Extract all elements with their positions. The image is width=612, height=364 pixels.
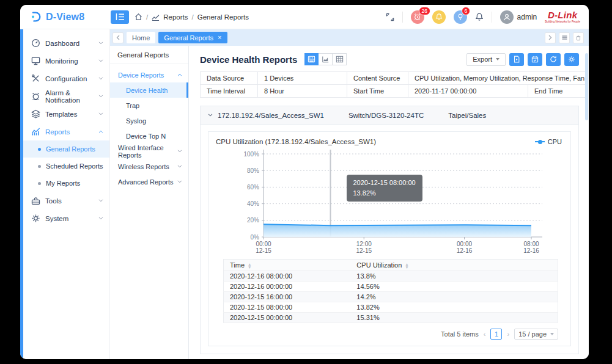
dlink-brand: D-Link: [548, 10, 577, 20]
sidebar-item-general-reports[interactable]: General Reports: [23, 140, 109, 158]
refresh-button[interactable]: [546, 53, 561, 66]
page-number[interactable]: 1: [490, 329, 502, 340]
gear-icon: [568, 56, 575, 63]
next-page-button[interactable]: ›: [507, 330, 509, 338]
pagination: Total 5 items ‹ 1 › 15 / page: [208, 323, 570, 346]
chevron-up-icon: [98, 130, 103, 133]
chevron-down-icon: [98, 217, 103, 220]
page-size-select[interactable]: 15 / page: [514, 329, 558, 340]
subnav-trap[interactable]: Trap: [110, 98, 188, 113]
area-chart[interactable]: 0%20%40%60%80%100%00:0012-1512:0012-1500…: [213, 147, 567, 257]
subnav-syslog[interactable]: Syslog: [110, 113, 188, 128]
subnav-header: General Reports: [110, 46, 188, 64]
alarm-badge: 26: [419, 7, 430, 16]
view-switcher: [304, 53, 347, 65]
legend-label: CPU: [548, 138, 562, 145]
tools-cross-icon: [31, 74, 40, 83]
sort-icon[interactable]: ▲▼: [248, 263, 251, 269]
close-all-tabs-button[interactable]: [573, 32, 584, 43]
scrollbar[interactable]: [585, 53, 588, 120]
notification-bell-icon[interactable]: [475, 12, 484, 21]
chevron-down-icon: [208, 114, 213, 117]
column-header-time[interactable]: Time▲▼: [224, 260, 351, 271]
sidebar-item-scheduled-reports[interactable]: Scheduled Reports: [23, 158, 109, 175]
sidebar-toggle-button[interactable]: [111, 10, 129, 24]
subnav-advanced-reports[interactable]: Advanced Reports: [110, 174, 188, 189]
sidebar-item-monitoring[interactable]: Monitoring: [23, 52, 109, 70]
dlink-logo: D-Link Building Networks for People: [545, 10, 580, 24]
device-accordion-header[interactable]: 172.18.192.4/Sales_Access_SW1 Switch/DGS…: [201, 106, 578, 125]
chevron-down-icon: [550, 333, 554, 335]
subnav-device-top-n[interactable]: Device Top N: [110, 128, 188, 144]
table-row: 2020-12-15 16:00:0014.2%: [224, 292, 558, 302]
breadcrumb-section[interactable]: Reports: [163, 13, 188, 21]
alarm-notifications-button[interactable]: 26: [411, 10, 424, 24]
chevron-down-icon: [98, 112, 103, 115]
export-button[interactable]: Export: [466, 53, 506, 66]
sidebar-item-dashboard[interactable]: Dashboard: [23, 34, 109, 52]
fullscreen-icon[interactable]: [386, 13, 394, 21]
chart-icon: [322, 56, 330, 63]
device-name: 172.18.192.4/Sales_Access_SW1: [218, 112, 324, 119]
sidebar-item-reports[interactable]: Reports: [23, 123, 109, 140]
chart-view-button[interactable]: [319, 53, 333, 65]
sidebar-item-my-reports[interactable]: My Reports: [23, 175, 109, 192]
device-model: Switch/DGS-3120-24TC: [348, 112, 424, 119]
svg-text:12-15: 12-15: [356, 247, 372, 254]
table-row: 2020-12-15 00:00:0015.31%: [224, 313, 558, 323]
svg-text:80%: 80%: [247, 167, 259, 174]
tab-home[interactable]: Home: [127, 32, 155, 43]
combined-view-button[interactable]: [304, 53, 319, 65]
sidebar-item-templates[interactable]: Templates: [23, 105, 109, 123]
svg-text:00:00: 00:00: [256, 241, 271, 247]
file-icon: [513, 56, 520, 63]
sidebar-item-alarm-notification[interactable]: Alarm & Notification: [23, 87, 109, 105]
tabs-list-button[interactable]: [559, 32, 570, 43]
hint-notifications-button[interactable]: 6: [454, 10, 467, 24]
app-logo[interactable]: D-View8: [30, 11, 111, 23]
report-file-button[interactable]: [509, 53, 524, 66]
bell-icon: [435, 13, 443, 21]
legend-marker-icon: [535, 141, 545, 142]
user-menu[interactable]: admin: [500, 10, 537, 24]
info-value: 8 Hour: [258, 85, 347, 98]
cpu-chart[interactable]: 0%20%40%60%80%100%00:0012-1512:0012-1500…: [208, 145, 570, 257]
tab-general-reports[interactable]: General Reports ×: [158, 32, 227, 43]
device-location: Taipei/Sales: [448, 112, 486, 119]
user-name: admin: [517, 13, 537, 21]
device-report-section: 172.18.192.4/Sales_Access_SW1 Switch/DGS…: [200, 106, 579, 354]
subnav-wireless-reports[interactable]: Wireless Reports: [110, 159, 188, 174]
tabs-scroll-left-button[interactable]: [112, 32, 124, 43]
column-header-cpu[interactable]: CPU Utilization▲▼: [350, 260, 558, 271]
svg-text:12-16: 12-16: [523, 247, 539, 254]
tabs-scroll-right-button[interactable]: [545, 32, 556, 43]
home-icon[interactable]: [135, 13, 142, 21]
top-header: D-View8 / Reports / General Reports: [20, 5, 589, 29]
schedule-button[interactable]: [528, 53, 542, 66]
layers-icon: [31, 109, 40, 118]
refresh-icon: [550, 56, 557, 63]
settings-button[interactable]: [564, 53, 579, 66]
reports-submenu: General Reports Scheduled Reports My Rep…: [23, 140, 109, 192]
subnav-wired-interface-reports[interactable]: Wired Interface Reports: [110, 144, 188, 159]
svg-text:12:00: 12:00: [356, 241, 372, 247]
toolbox-icon: [31, 196, 40, 205]
table-view-button[interactable]: [333, 53, 347, 65]
sort-icon[interactable]: ▲▼: [405, 263, 408, 269]
close-icon[interactable]: ×: [218, 34, 221, 41]
subnav-device-reports[interactable]: Device Reports: [110, 67, 188, 82]
chevron-down-icon: [177, 180, 182, 183]
sidebar-item-configuration[interactable]: Configuration: [23, 70, 109, 87]
chevron-down-icon: [496, 58, 500, 60]
chevron-down-icon: [177, 150, 182, 153]
trash-icon: [575, 35, 581, 41]
calendar-icon: [531, 56, 539, 63]
svg-text:00:00: 00:00: [457, 241, 472, 247]
sidebar-item-system[interactable]: System: [23, 209, 109, 227]
sidebar-item-tools[interactable]: Tools: [23, 192, 109, 209]
report-info-table: Data Source 1 Devices Content Source CPU…: [200, 71, 587, 98]
legend-cpu[interactable]: CPU: [535, 138, 562, 145]
warning-notifications-button[interactable]: [432, 10, 446, 24]
subnav-device-health[interactable]: Device Health: [110, 82, 188, 98]
prev-page-button[interactable]: ‹: [484, 330, 486, 338]
